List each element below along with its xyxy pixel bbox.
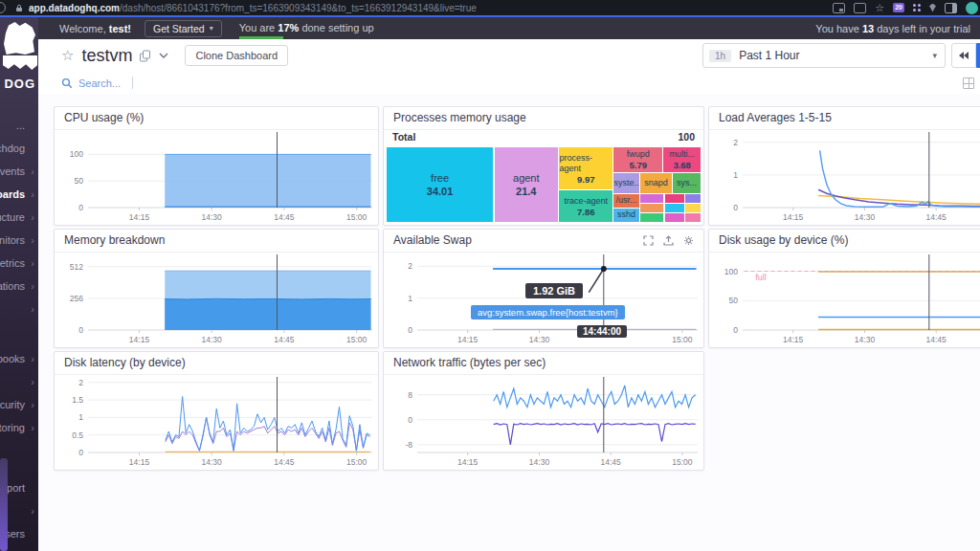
bookmark-star-icon[interactable]: ☆ (875, 3, 884, 12)
sidebar-item-security[interactable]: Security› (0, 393, 38, 416)
network-canvas: -80814:1514:3014:4515:00 (385, 375, 702, 469)
treemap-block-usr[interactable]: /usr... (613, 194, 638, 208)
range-label: Past 1 Hour (739, 49, 799, 62)
copy-icon[interactable] (139, 50, 151, 62)
treemap-block[interactable] (685, 204, 701, 212)
card-memory-breakdown: Memory breakdown 025651214:1514:3014:451… (54, 229, 379, 348)
card-title: Load Averages 1-5-15 (709, 107, 980, 130)
treemap-header: Total100 (385, 130, 702, 146)
range-badge: 1h (709, 50, 731, 62)
sidebar-item-logs[interactable]: Logs› (0, 370, 38, 393)
layout-grid-icon[interactable] (963, 77, 974, 89)
svg-text:14:15: 14:15 (129, 212, 150, 222)
gear-icon[interactable] (683, 235, 694, 246)
sidebar-item-ux-monitoring[interactable]: UX Monitoring› (0, 416, 38, 439)
svg-text:14:15: 14:15 (783, 212, 804, 222)
treemap-block[interactable] (640, 204, 663, 212)
export-icon[interactable] (663, 235, 674, 246)
treemap-block-fwupd[interactable]: fwupd5.79 (613, 147, 662, 172)
svg-text:100: 100 (724, 267, 738, 276)
sidebar-scrollbar[interactable] (0, 458, 8, 551)
treemap-block-multi[interactable]: multi...3.68 (663, 147, 701, 172)
reload-icon[interactable] (0, 2, 6, 13)
get-started-button[interactable]: Get Started▾ (145, 20, 222, 37)
sidebar-item-metrics[interactable]: Metrics› (0, 252, 38, 275)
fullscreen-icon[interactable] (643, 235, 654, 246)
card-title: Available Swap (384, 230, 703, 253)
svg-text:-8: -8 (405, 440, 412, 450)
svg-text:2: 2 (733, 138, 738, 147)
datadog-logo-icon[interactable] (4, 22, 35, 55)
disk_latency-canvas: 00.511.5214:1514:3014:4515:00 (56, 375, 377, 469)
treemap-block-free[interactable]: free34.01 (387, 147, 493, 222)
favorite-star-icon[interactable]: ☆ (61, 47, 74, 64)
url-text[interactable]: app.datadoghq.com/dash/host/8661043176?f… (29, 3, 477, 13)
disk-latency-chart[interactable]: 00.511.5214:1514:3014:4515:00 (56, 375, 377, 469)
dashboard-header: ☆ testvm Clone Dashboard 1h Past 1 Hour … (38, 39, 980, 72)
card-disk-usage: Disk usage by device (%) 05010014:1514:3… (708, 229, 980, 348)
network-traffic-chart[interactable]: -80814:1514:3014:4515:00 (385, 375, 702, 469)
chevron-down-icon[interactable] (158, 51, 169, 60)
pip-icon[interactable] (833, 3, 845, 13)
svg-text:256: 256 (70, 294, 83, 303)
treemap-block-syste[interactable]: syste.. (613, 173, 638, 193)
adblock-extension-badge[interactable]: 20 (893, 3, 904, 12)
sidebar-item-integrations[interactable]: Integrations› (0, 275, 38, 298)
treemap-block-trace-agent[interactable]: trace-agent7.86 (559, 190, 612, 222)
treemap-block[interactable] (665, 213, 684, 222)
profile-avatar[interactable] (966, 2, 978, 14)
treemap-block[interactable] (665, 194, 684, 203)
metric-query-pill[interactable]: avg:system.swap.free{host:testvm} (471, 305, 625, 320)
search-input[interactable]: Search... (78, 77, 121, 89)
card-title: Processes memory usage (384, 107, 703, 130)
treemap-block[interactable] (640, 194, 663, 203)
sidebar-item--[interactable]: ... (0, 114, 38, 137)
treemap-block[interactable] (665, 204, 684, 212)
sidebar-item-watchdog[interactable]: Watchdog (0, 137, 38, 160)
treemap-block-sshd[interactable]: sshd (613, 209, 638, 222)
treemap-block-snapd[interactable]: snapd (640, 173, 672, 193)
disk-usage-chart[interactable]: 05010014:1514:3014:4515:00full (710, 253, 980, 346)
sidebar-item-infrastructure[interactable]: Infrastructure› (0, 206, 38, 229)
treemap-block[interactable] (685, 213, 701, 222)
rewind-button[interactable] (951, 43, 976, 68)
side-panel-icon[interactable] (945, 3, 957, 13)
card-processes-memory: Processes memory usage Total100 free34.0… (383, 106, 704, 226)
sidebar-item-monitors[interactable]: Monitors› (0, 229, 38, 252)
card-title: Disk usage by device (%) (709, 230, 980, 253)
extension-icon[interactable] (913, 4, 921, 11)
cpu-usage-chart[interactable]: 05010014:1514:3014:4515:00 (56, 130, 377, 224)
load-averages-chart[interactable]: 01214:1514:3014:4515:00 (710, 130, 980, 224)
share-icon[interactable] (854, 3, 866, 13)
sidebar: DOG ...WatchdogEvents›Dashboards›Infrast… (0, 17, 38, 551)
pin-extension-icon[interactable] (929, 4, 936, 12)
treemap-block[interactable] (685, 194, 701, 203)
datadog-wordmark: DOG (4, 77, 35, 91)
pause-button[interactable] (976, 43, 980, 68)
treemap-block-agent[interactable]: agent21.4 (495, 147, 559, 222)
trial-banner: You have 13 days left in your trial (815, 23, 970, 34)
svg-text:0: 0 (408, 415, 412, 425)
memory-breakdown-chart[interactable]: 025651214:1514:3014:4515:00 (56, 253, 377, 346)
available-swap-chart[interactable]: 01214:1514:3015:00 1.92 GiB avg:system.s… (385, 253, 702, 346)
page-title: testvm (81, 46, 132, 66)
browser-address-bar[interactable]: app.datadoghq.com/dash/host/8661043176?f… (0, 0, 980, 15)
time-range-selector[interactable]: 1h Past 1 Hour ▾ (702, 43, 946, 68)
clone-dashboard-button[interactable]: Clone Dashboard (185, 45, 288, 66)
card-available-swap: Available Swap 01214:1514:3015:00 1.92 G… (383, 229, 704, 348)
treemap-block[interactable] (640, 213, 663, 222)
processes-treemap[interactable]: Total100 free34.01agent21.4process-agent… (385, 130, 702, 224)
setup-progress-text[interactable]: You are 17% done setting up (239, 22, 374, 34)
sidebar-item-apm[interactable]: APM› (0, 298, 38, 320)
sidebar-item-events[interactable]: Events› (0, 160, 38, 183)
chevron-right-icon: › (31, 183, 34, 206)
lock-icon (15, 4, 23, 12)
svg-text:14:30: 14:30 (855, 335, 876, 344)
treemap-block-process-agent[interactable]: process-agent9.97 (559, 147, 612, 189)
sidebar-item-notebooks[interactable]: Notebooks› (0, 347, 38, 370)
treemap-block-sys[interactable]: sys... (673, 173, 701, 193)
svg-text:15:00: 15:00 (346, 457, 368, 467)
sidebar-item-dashboards[interactable]: Dashboards› (0, 183, 38, 206)
swap-canvas: 01214:1514:3015:00 (385, 253, 702, 346)
main-area: Welcome, test! Get Started▾ You are 17% … (38, 17, 980, 551)
